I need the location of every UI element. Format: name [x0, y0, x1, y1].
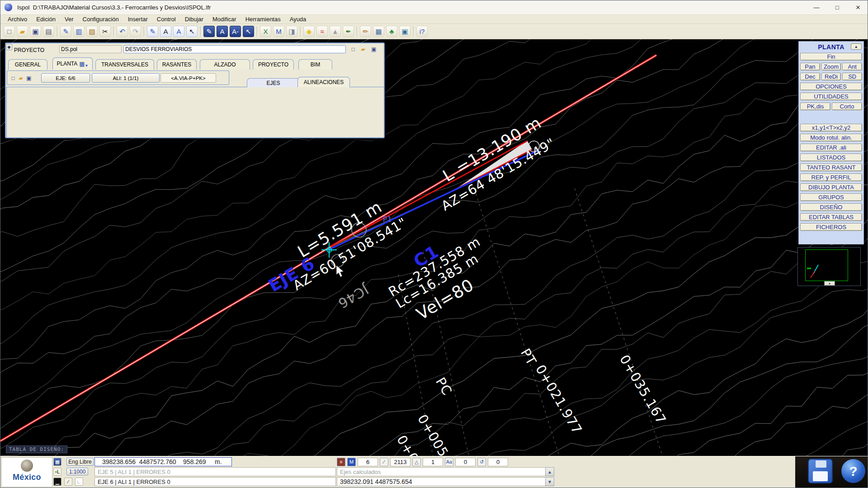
subbar-save-icon[interactable]: ▣ [25, 75, 33, 82]
help-info[interactable]: i? [416, 26, 428, 37]
design-table-label[interactable]: TABLA DE DISEÑO: [6, 446, 67, 453]
panel-button-pan[interactable]: Pan [800, 63, 820, 70]
panel-button-editar-tablas[interactable]: EDITAR TABLAS [800, 213, 862, 221]
rel-count-field[interactable]: 0 [488, 458, 508, 466]
menu-herramientas[interactable]: Herramientas [241, 15, 285, 23]
save-icon[interactable] [808, 459, 833, 483]
divide-icon[interactable]: ∕ [64, 478, 72, 486]
panel-button-pk-dis[interactable]: PK,dis [800, 103, 830, 110]
via-mode-button[interactable]: <A.VIA-P+PK> [160, 73, 216, 83]
screen-text[interactable]: A [217, 26, 228, 37]
segment-icon[interactable]: ∕ [380, 458, 388, 466]
panel-button-tanteo-rasant[interactable]: TANTEO RASANT [800, 164, 862, 171]
panel-button-zoom[interactable]: Zoom [821, 63, 841, 70]
window-grid-icon[interactable]: ▦ [53, 458, 61, 466]
tab-alzado[interactable]: ALZADO [200, 59, 250, 70]
feather[interactable]: ✒ [343, 26, 354, 37]
panel-button-dise-o[interactable]: DISEÑO [800, 203, 862, 211]
tab-planta[interactable]: PLANTA▦▼ [52, 57, 93, 70]
tab-proyecto[interactable]: PROYECTO [253, 59, 294, 70]
pin-icon[interactable]: ◉ [6, 44, 12, 50]
delta-icon[interactable]: △ [412, 458, 421, 466]
measure-icon[interactable]: ≡ [337, 458, 345, 466]
menu-ver[interactable]: Ver [60, 15, 78, 23]
segment-count-field[interactable]: 2113 [390, 458, 410, 466]
project-name-field[interactable]: DESVIOS FERROVIARIOS [123, 45, 346, 53]
panel-button-x1-y1-t-x2-y2[interactable]: x1,y1<T>x2,y2 [800, 124, 862, 131]
panel-button-sd[interactable]: SD [842, 73, 862, 80]
paste[interactable]: ▧ [86, 26, 98, 37]
window-select[interactable]: ↖ [186, 26, 198, 37]
menu-edici-n[interactable]: Edición [32, 15, 60, 23]
menu-ayuda[interactable]: Ayuda [285, 15, 311, 23]
tab-transversales[interactable]: TRANSVERSALES [95, 59, 154, 70]
tab-alineaciones[interactable]: ALINEACIONES [297, 77, 350, 87]
pencil[interactable]: ✏ [360, 26, 371, 37]
tab-rasantes[interactable]: RASANTES [157, 59, 197, 70]
minimize-icon[interactable]: — [806, 0, 827, 14]
tab-general[interactable]: GENERAL [8, 59, 47, 70]
draw-pen[interactable]: ✎ [60, 26, 71, 37]
eje-count-field[interactable]: 6 [358, 458, 378, 466]
panel-button-utilidades[interactable]: UTILIDADES [800, 93, 862, 100]
dialog-open-icon[interactable]: ▰ [359, 46, 367, 53]
coords-field[interactable]: 398238.656 4487572.760 958.269 m. [94, 457, 232, 466]
menu-modificar[interactable]: Modificar [208, 15, 241, 23]
scroll-down-icon[interactable]: ▼ [545, 477, 554, 486]
subbar-new-icon[interactable]: □ [9, 75, 17, 82]
maximize-icon[interactable]: □ [827, 0, 848, 14]
menu-control[interactable]: Control [152, 15, 180, 23]
subbar-open-icon[interactable]: ▰ [17, 75, 24, 82]
panel-button-dibujo-planta[interactable]: DIBUJO PLANTA [800, 183, 862, 191]
screen-icon[interactable]: ▁ [53, 478, 61, 486]
scale-field[interactable]: 1:1000 [66, 468, 88, 475]
eje-selector-button[interactable]: EJE: 6/6 [41, 73, 90, 83]
menu-insertar[interactable]: Insertar [123, 15, 152, 23]
tab-bim[interactable]: BIM [298, 59, 332, 70]
panel-button-modo-rotul-alin[interactable]: Modo rotul. alin. [800, 134, 862, 141]
cut-scissors[interactable]: ✂ [99, 26, 111, 37]
screen-view[interactable]: ▣ [399, 26, 410, 37]
minimap[interactable]: ▲ [797, 247, 861, 286]
rel-icon[interactable]: ↺ [477, 458, 486, 466]
open-folder[interactable]: ▰ [17, 26, 28, 37]
paint-yellow[interactable]: ◆ [303, 26, 315, 37]
panel-button-redi[interactable]: ReDi [821, 73, 841, 80]
scale-layer-icon[interactable]: ▪L [53, 468, 61, 476]
redo[interactable]: ↷ [130, 26, 141, 37]
panel-button-editar-ali[interactable]: EDITAR .ali [800, 144, 862, 151]
undo[interactable]: ↶ [117, 26, 128, 37]
panel-button-corto[interactable]: Corto [832, 103, 862, 110]
ali-selector-button[interactable]: ALI: 1 (1/1) [92, 73, 160, 83]
close-icon[interactable]: ✕ [848, 0, 868, 14]
save[interactable]: ▣ [30, 26, 41, 37]
vertex-count-field[interactable]: 1 [423, 458, 443, 466]
dialog-save-icon[interactable]: ▣ [370, 46, 377, 53]
panel-button-ant[interactable]: Ant [842, 63, 862, 70]
panel-button-dec[interactable]: Dec [800, 73, 820, 80]
menu-archivo[interactable]: Archivo [3, 15, 32, 23]
grid-sheet[interactable]: ▦ [373, 26, 384, 37]
sheet-x[interactable]: X [260, 26, 271, 37]
sheet-m[interactable]: M [273, 26, 284, 37]
color-tree[interactable]: ♣ [386, 26, 397, 37]
help-icon[interactable]: ? [841, 459, 865, 483]
window-edit[interactable]: ✎ [147, 26, 158, 37]
panel-button-grupos[interactable]: GRUPOS [800, 193, 862, 201]
spray[interactable]: ◨ [286, 26, 297, 37]
minimap-expand-icon[interactable]: ▲ [824, 281, 835, 286]
panel-button-rep-y-perfil[interactable]: REP. y PERFIL [800, 174, 862, 181]
panel-button-ficheros[interactable]: FICHEROS [800, 223, 862, 231]
curves-red[interactable]: ≈ [316, 26, 328, 37]
cone[interactable]: ▲ [330, 26, 341, 37]
window-annotate[interactable]: A [173, 26, 184, 37]
scroll-up-icon[interactable]: ▲ [545, 467, 554, 476]
text-size-icon[interactable]: Aa [445, 458, 453, 466]
menu-dibujar[interactable]: Dibujar [180, 15, 208, 23]
tab-ejes[interactable]: EJES [247, 78, 300, 87]
window-text[interactable]: A [160, 26, 171, 37]
screen-annotate[interactable]: A- [230, 26, 241, 37]
screen-edit[interactable]: ✎ [203, 26, 215, 37]
copy[interactable]: ▥ [73, 26, 85, 37]
mode-button[interactable]: Eng Libre [66, 458, 94, 466]
